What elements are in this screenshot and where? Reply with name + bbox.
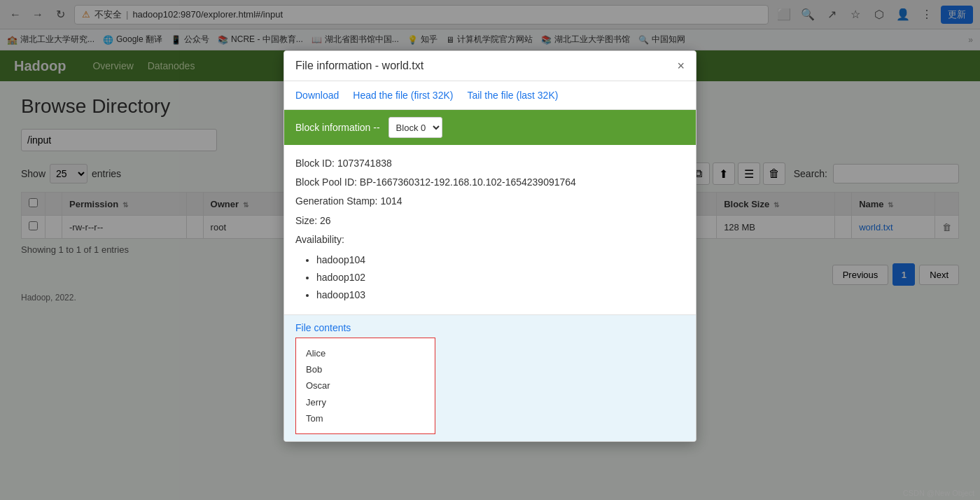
block-info-bar: Block information -- Block 0 [284,110,696,145]
file-line-3: Jerry [306,394,425,410]
file-contents-box: Alice Bob Oscar Jerry Tom [295,338,435,435]
availability-item-2: hadoop103 [316,286,685,304]
csdn-watermark: CSDN @New Object [903,489,974,497]
file-line-0: Alice [306,345,425,361]
file-contents-section: File contents Alice Bob Oscar Jerry Tom [284,315,696,442]
block-details: Block ID: 1073741838 Block Pool ID: BP-1… [284,145,696,315]
block-pool-id-row: Block Pool ID: BP-1667360312-192.168.10.… [295,174,685,191]
modal-close-button[interactable]: × [677,60,685,72]
size-row: Size: 26 [295,212,685,230]
file-contents-title: File contents [295,322,685,333]
availability-label: Availability: [295,231,685,249]
modal-links: Download Head the file (first 32K) Tail … [284,81,696,110]
head-file-link[interactable]: Head the file (first 32K) [353,90,453,101]
download-link[interactable]: Download [295,90,339,101]
file-line-2: Oscar [306,377,425,394]
modal-header: File information - world.txt × [284,51,696,81]
block-id-row: Block ID: 1073741838 [295,155,685,172]
availability-item-0: hadoop104 [316,251,685,269]
file-line-1: Bob [306,361,425,377]
generation-stamp-row: Generation Stamp: 1014 [295,193,685,210]
availability-list: hadoop104 hadoop102 hadoop103 [316,251,685,305]
modal-overlay: File information - world.txt × Download … [0,0,980,500]
availability-item-1: hadoop102 [316,269,685,286]
tail-file-link[interactable]: Tail the file (last 32K) [467,90,558,101]
file-info-modal: File information - world.txt × Download … [284,50,696,442]
block-select[interactable]: Block 0 [388,117,442,138]
file-line-4: Tom [306,410,425,426]
modal-title: File information - world.txt [295,60,424,72]
csdn-user: @New Object [927,489,974,497]
block-info-label: Block information -- [295,122,380,133]
